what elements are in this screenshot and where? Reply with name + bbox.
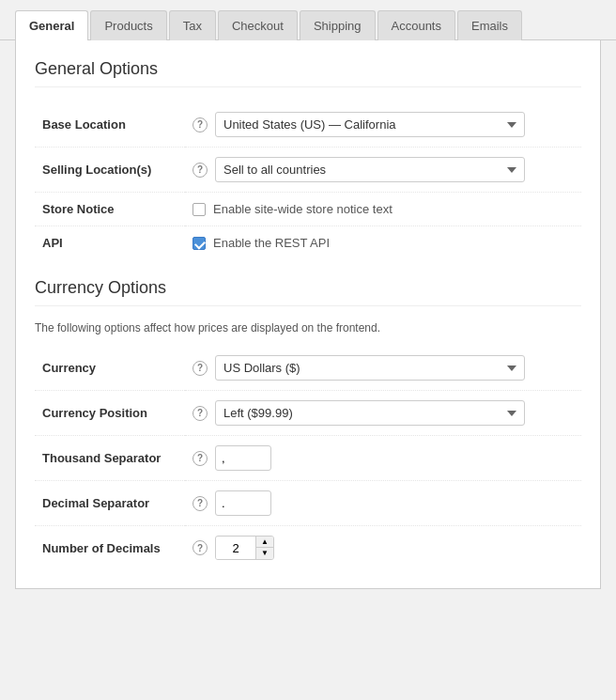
- tab-accounts[interactable]: Accounts: [377, 10, 455, 40]
- decimal-separator-cell: ?: [185, 481, 581, 526]
- currency-position-select[interactable]: Left ($99.99) Right (99.99$) Left with s…: [215, 400, 525, 426]
- currency-field-row: ? US Dollars ($) Euros (€) British Pound…: [192, 355, 574, 381]
- tab-emails[interactable]: Emails: [457, 10, 522, 40]
- table-row: Thousand Separator ?: [35, 436, 581, 481]
- currency-help-icon[interactable]: ?: [192, 361, 208, 376]
- tab-general[interactable]: General: [15, 10, 88, 40]
- api-label: API: [35, 226, 185, 260]
- base-location-help-icon[interactable]: ?: [192, 117, 208, 132]
- spinner-buttons: ▲ ▼: [255, 537, 273, 559]
- store-notice-checkbox[interactable]: [192, 203, 206, 216]
- thousand-separator-help-icon[interactable]: ?: [192, 451, 208, 466]
- selling-locations-select[interactable]: Sell to all countries Sell to specific c…: [215, 157, 525, 182]
- decimal-separator-help-icon[interactable]: ?: [192, 496, 208, 511]
- base-location-select[interactable]: United States (US) — California United S…: [215, 112, 525, 137]
- store-notice-checkbox-row: Enable site-wide store notice text: [192, 202, 574, 216]
- currency-position-cell: ? Left ($99.99) Right (99.99$) Left with…: [185, 391, 581, 436]
- selling-locations-cell: ? Sell to all countries Sell to specific…: [185, 148, 581, 193]
- table-row: Number of Decimals ? ▲ ▼: [35, 526, 581, 570]
- tab-products[interactable]: Products: [90, 10, 166, 40]
- table-row: Decimal Separator ?: [35, 481, 581, 526]
- decimal-separator-field-row: ?: [192, 490, 574, 516]
- currency-position-help-icon[interactable]: ?: [192, 406, 208, 421]
- table-row: API Enable the REST API: [35, 226, 581, 260]
- table-row: Selling Location(s) ? Sell to all countr…: [35, 148, 581, 193]
- store-notice-label: Store Notice: [35, 193, 185, 226]
- api-checkbox[interactable]: [192, 237, 206, 250]
- thousand-separator-field-row: ?: [192, 445, 574, 471]
- api-checkbox-label: Enable the REST API: [213, 236, 330, 250]
- general-options-title: General Options: [35, 59, 581, 87]
- table-row: Currency Position ? Left ($99.99) Right …: [35, 391, 581, 436]
- decimal-separator-label: Decimal Separator: [35, 481, 185, 526]
- api-cell: Enable the REST API: [185, 226, 581, 260]
- currency-select[interactable]: US Dollars ($) Euros (€) British Pounds …: [215, 355, 525, 381]
- currency-options-table: Currency ? US Dollars ($) Euros (€) Brit…: [35, 346, 581, 569]
- tab-checkout[interactable]: Checkout: [218, 10, 298, 40]
- thousand-separator-input[interactable]: [215, 445, 271, 471]
- spinner-down-button[interactable]: ▼: [256, 548, 273, 559]
- base-location-field-row: ? United States (US) — California United…: [192, 112, 574, 137]
- api-checkbox-row: Enable the REST API: [192, 236, 574, 250]
- currency-cell: ? US Dollars ($) Euros (€) British Pound…: [185, 346, 581, 391]
- general-options-table: Base Location ? United States (US) — Cal…: [35, 102, 581, 259]
- tab-tax[interactable]: Tax: [169, 10, 216, 40]
- store-notice-cell: Enable site-wide store notice text: [185, 193, 581, 226]
- page-wrapper: General Products Tax Checkout Shipping A…: [0, 0, 616, 700]
- currency-position-label: Currency Position: [35, 391, 185, 436]
- currency-label: Currency: [35, 346, 185, 391]
- table-row: Store Notice Enable site-wide store noti…: [35, 193, 581, 226]
- base-location-label: Base Location: [35, 102, 185, 148]
- table-row: Currency ? US Dollars ($) Euros (€) Brit…: [35, 346, 581, 391]
- currency-options-title: Currency Options: [35, 278, 581, 306]
- selling-locations-field-row: ? Sell to all countries Sell to specific…: [192, 157, 574, 182]
- selling-locations-help-icon[interactable]: ?: [192, 163, 208, 178]
- table-row: Base Location ? United States (US) — Cal…: [35, 102, 581, 148]
- decimal-separator-input[interactable]: [215, 490, 271, 516]
- currency-options-description: The following options affect how prices …: [35, 321, 581, 334]
- number-of-decimals-field-row: ? ▲ ▼: [192, 536, 574, 560]
- tabs-bar: General Products Tax Checkout Shipping A…: [0, 0, 616, 40]
- number-of-decimals-cell: ? ▲ ▼: [185, 526, 581, 570]
- spinner-up-button[interactable]: ▲: [256, 537, 273, 548]
- number-of-decimals-input[interactable]: [216, 537, 255, 559]
- thousand-separator-label: Thousand Separator: [35, 436, 185, 481]
- currency-position-field-row: ? Left ($99.99) Right (99.99$) Left with…: [192, 400, 574, 426]
- selling-locations-label: Selling Location(s): [35, 148, 185, 193]
- base-location-cell: ? United States (US) — California United…: [185, 102, 581, 148]
- thousand-separator-cell: ?: [185, 436, 581, 481]
- content-area: General Options Base Location ? United S…: [15, 40, 601, 589]
- tab-shipping[interactable]: Shipping: [300, 10, 376, 40]
- store-notice-checkbox-label: Enable site-wide store notice text: [213, 202, 393, 216]
- number-of-decimals-spinner: ▲ ▼: [215, 536, 274, 560]
- number-of-decimals-help-icon[interactable]: ?: [192, 540, 208, 555]
- number-of-decimals-label: Number of Decimals: [35, 526, 185, 570]
